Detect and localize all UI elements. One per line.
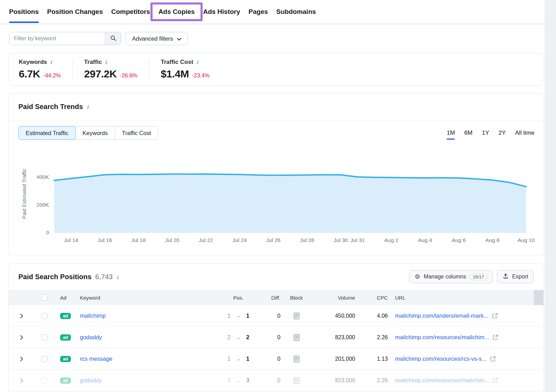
x-tick-label: Jul 22 bbox=[199, 237, 213, 243]
range-6m[interactable]: 6M bbox=[464, 130, 473, 136]
volume-cell: 823,000 bbox=[335, 377, 369, 384]
row-expand-chevron-icon[interactable] bbox=[20, 335, 23, 340]
stat-change: -26.6% bbox=[120, 73, 138, 79]
position-cell: 2→2 bbox=[207, 334, 258, 341]
table-row: adgodaddy2→20823,0002.26mailchimp.com/re… bbox=[9, 327, 543, 348]
external-link-icon[interactable] bbox=[490, 356, 496, 362]
range-all-time[interactable]: All time bbox=[515, 130, 534, 136]
cpc-cell: 1.13 bbox=[377, 356, 395, 362]
external-link-icon[interactable] bbox=[492, 312, 498, 319]
nav-tab-position-changes[interactable]: Position Changes bbox=[47, 8, 103, 16]
table-body: admailchimp1→10450,0004.06mailchimp.com/… bbox=[9, 305, 543, 391]
table-row: adgodaddy3→30823,0002.26mailchimp.com/re… bbox=[9, 370, 543, 391]
y-tick-label: 200K bbox=[28, 202, 49, 208]
nav-tab-ads-copies[interactable]: Ads Copies bbox=[150, 2, 203, 21]
ad-badge: ad bbox=[60, 334, 71, 341]
export-label: Export bbox=[512, 274, 528, 280]
ad-badge-cell: ad bbox=[55, 334, 76, 341]
x-tick-label: Jul 28 bbox=[300, 237, 314, 243]
info-icon[interactable]: i bbox=[116, 275, 118, 280]
row-expand-chevron-icon[interactable] bbox=[20, 357, 23, 361]
export-button[interactable]: Export bbox=[497, 270, 534, 283]
arrow-right-icon: → bbox=[236, 377, 242, 384]
position-cell: 1→1 bbox=[207, 312, 258, 319]
stat-value: 297.2K bbox=[84, 68, 117, 80]
x-tick-label: Aug 6 bbox=[452, 237, 466, 243]
table-scrollbar-thumb[interactable] bbox=[534, 290, 544, 305]
position-from: 1 bbox=[228, 313, 231, 319]
col-header-volume[interactable]: Volume bbox=[338, 295, 369, 301]
ad-badge: ad bbox=[60, 356, 71, 362]
range-2y[interactable]: 2Y bbox=[498, 130, 506, 136]
columns-count-badge: 15/17 bbox=[469, 274, 487, 280]
block-ad-icon[interactable] bbox=[294, 312, 300, 319]
table-header: Ad Keyword Pos. Diff. Block Volume CPC U… bbox=[9, 290, 543, 305]
nav-tab-competitors[interactable]: Competitors bbox=[111, 8, 150, 16]
url-cell: mailchimp.com/resources/rcs-vs-s... bbox=[395, 356, 534, 362]
url-link[interactable]: mailchimp.com/resources/mailchim... bbox=[395, 377, 489, 384]
url-link[interactable]: mailchimp.com/landers/email-mark... bbox=[395, 312, 489, 319]
url-link[interactable]: mailchimp.com/resources/rcs-vs-s... bbox=[395, 356, 486, 362]
stat-label: Traffic bbox=[84, 59, 102, 66]
row-checkbox[interactable] bbox=[41, 313, 48, 319]
range-1m[interactable]: 1M bbox=[447, 130, 455, 136]
keyword-link[interactable]: mailchimp bbox=[80, 312, 106, 319]
x-tick-label: Aug 8 bbox=[485, 237, 500, 243]
position-from: 3 bbox=[228, 377, 231, 384]
col-header-cpc[interactable]: CPC bbox=[377, 295, 395, 301]
url-link[interactable]: mailchimp.com/resources/mailchim... bbox=[395, 334, 489, 341]
col-header-block[interactable]: Block bbox=[290, 295, 303, 301]
keyword-link[interactable]: godaddy bbox=[80, 334, 102, 340]
page-right-gutter bbox=[545, 0, 556, 392]
stat-label: Keywords bbox=[19, 59, 47, 66]
external-link-icon[interactable] bbox=[492, 334, 499, 341]
keyword-filter bbox=[9, 32, 121, 45]
keyword-link[interactable]: rcs message bbox=[80, 356, 113, 362]
col-header-url[interactable]: URL bbox=[395, 295, 534, 301]
info-icon[interactable]: i bbox=[50, 59, 52, 65]
info-icon[interactable]: i bbox=[105, 59, 107, 65]
search-button[interactable] bbox=[105, 32, 121, 45]
summary-stats: Keywordsi6.7K-44.2%Traffici297.2K-26.6%T… bbox=[8, 53, 544, 86]
select-all-checkbox[interactable] bbox=[41, 294, 48, 301]
keyword-cell: godaddy bbox=[76, 377, 207, 384]
stat-label-row: Traffic Costi bbox=[161, 59, 210, 66]
row-expand-chevron-icon[interactable] bbox=[20, 378, 23, 383]
export-icon bbox=[502, 273, 509, 281]
row-checkbox[interactable] bbox=[41, 356, 48, 362]
nav-tab-subdomains[interactable]: Subdomains bbox=[276, 8, 316, 16]
block-ad-icon[interactable] bbox=[294, 377, 300, 384]
row-checkbox[interactable] bbox=[41, 377, 48, 384]
keyword-filter-input[interactable] bbox=[9, 32, 105, 45]
metric-tab-traffic-cost[interactable]: Traffic Cost bbox=[115, 126, 158, 140]
col-header-diff[interactable]: Diff. bbox=[271, 295, 283, 301]
col-header-ad[interactable]: Ad bbox=[55, 295, 76, 301]
metric-tab-estimated-traffic[interactable]: Estimated Traffic bbox=[18, 126, 76, 140]
keyword-link[interactable]: godaddy bbox=[80, 377, 102, 383]
x-tick-label: Jul 26 bbox=[266, 237, 280, 243]
range-selector: 1M6M1Y2YAll time bbox=[447, 130, 534, 136]
position-to: 1 bbox=[246, 313, 250, 319]
row-expand-chevron-icon[interactable] bbox=[20, 314, 23, 318]
cpc-cell: 4.06 bbox=[377, 313, 395, 319]
range-1y[interactable]: 1Y bbox=[482, 130, 489, 136]
arrow-right-icon: → bbox=[236, 312, 242, 319]
block-ad-icon[interactable] bbox=[294, 356, 300, 362]
manage-columns-button[interactable]: ⚙ Manage columns 15/17 bbox=[409, 270, 493, 283]
col-header-keyword[interactable]: Keyword bbox=[76, 295, 207, 301]
nav-tab-pages[interactable]: Pages bbox=[248, 8, 268, 16]
info-icon[interactable]: i bbox=[196, 59, 198, 65]
arrow-right-icon: → bbox=[236, 334, 242, 341]
block-ad-icon[interactable] bbox=[294, 334, 300, 341]
top-nav: PositionsPosition ChangesCompetitorsAds … bbox=[0, 0, 545, 24]
position-cell: 1→1 bbox=[207, 356, 258, 362]
arrow-right-icon: → bbox=[236, 356, 242, 362]
advanced-filters-button[interactable]: Advanced filters bbox=[125, 32, 188, 45]
col-header-pos[interactable]: Pos. bbox=[207, 295, 258, 301]
row-checkbox[interactable] bbox=[41, 334, 48, 341]
ad-badge-cell: ad bbox=[55, 356, 76, 362]
nav-tab-positions[interactable]: Positions bbox=[9, 8, 39, 16]
nav-tab-ads-history[interactable]: Ads History bbox=[203, 8, 240, 16]
external-link-icon[interactable] bbox=[492, 377, 499, 384]
metric-tab-keywords[interactable]: Keywords bbox=[75, 126, 115, 140]
